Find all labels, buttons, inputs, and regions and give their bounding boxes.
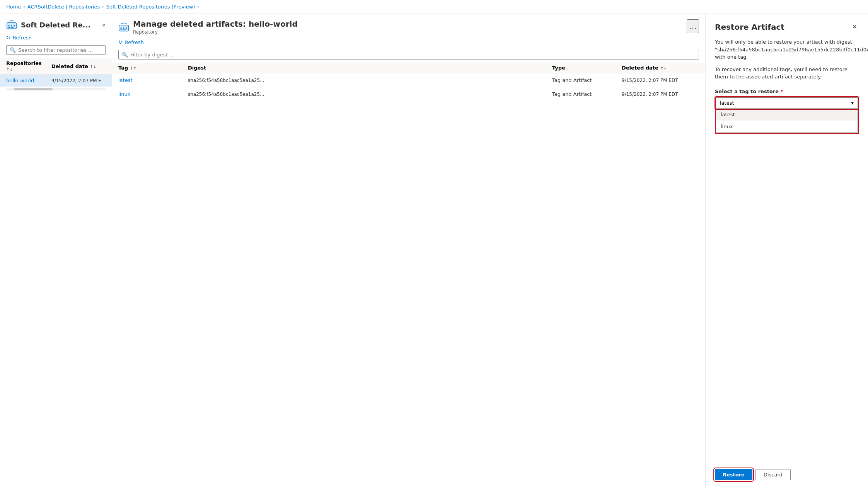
svg-point-3 [11,25,12,27]
artifact-row[interactable]: linux sha256:f54a58bc1aac5ea1a25... Tag … [112,87,705,101]
tag-select-display[interactable]: latest ▾ [716,98,858,108]
left-refresh-button[interactable]: ↻ Refresh [0,32,112,44]
del-date-column-header[interactable]: Deleted date ↑↓ [622,65,699,71]
tag-select-wrapper[interactable]: latest ▾ [716,97,858,109]
svg-point-2 [8,25,10,27]
breadcrumb-soft-deleted[interactable]: Soft Deleted Repositories (Preview) [106,4,195,10]
chevron-down-icon: ▾ [851,100,854,106]
repositories-column-header[interactable]: Repositories ↑↓ [6,60,50,72]
registry-icon [6,19,17,30]
artifact-deleted-date: 9/15/2022, 2:07 PM EDT [622,78,699,83]
dropdown-option-linux[interactable]: linux [716,121,858,133]
restore-info-text-1: You will only be able to restore your ar… [715,38,859,61]
action-buttons: Restore Discard [715,463,859,480]
middle-registry-icon [118,22,129,32]
required-marker: * [781,88,783,94]
tag-field-label: Select a tag to restore * [715,88,859,94]
digest-column-header[interactable]: Digest [188,65,552,71]
artifact-deleted-date: 9/15/2022, 2:07 PM EDT [622,92,699,97]
artifact-tag[interactable]: latest [118,77,188,83]
restore-button[interactable]: Restore [715,469,752,480]
table-row[interactable]: hello-world 9/15/2022, 2:07 PM E [0,75,112,87]
breadcrumb: Home › ACRSoftDelete | Repositories › So… [0,0,868,14]
tag-dropdown-list: latest linux [716,109,858,133]
selected-tag-value: latest [720,100,734,106]
close-button[interactable]: ✕ [851,22,859,32]
discard-button[interactable]: Discard [755,469,791,480]
restore-info-text-2: To recover any additional tags, you'll n… [715,66,859,81]
left-panel: Soft Deleted Re... « ↻ Refresh 🔍 Reposit… [0,14,112,488]
artifact-digest: sha256:f54a58bc1aac5ea1a25... [188,78,552,83]
artifact-row[interactable]: latest sha256:f54a58bc1aac5ea1a25... Tag… [112,73,705,87]
middle-panel-title: Manage deleted artifacts: hello-world [133,19,298,29]
svg-rect-13 [123,29,126,30]
left-panel-title: Soft Deleted Re... [21,21,90,29]
svg-rect-6 [11,27,14,28]
collapse-button[interactable]: « [102,21,106,29]
svg-point-9 [120,27,122,29]
artifact-tag[interactable]: linux [118,91,188,97]
restore-artifact-panel: Restore Artifact ✕ You will only be able… [706,14,868,488]
filter-input[interactable] [130,52,696,58]
repo-deleted-date: 9/15/2022, 2:07 PM E [51,78,106,83]
middle-refresh-button[interactable]: ↻ Refresh [112,36,705,48]
refresh-icon: ↻ [6,35,10,41]
search-icon: 🔍 [10,47,16,53]
artifact-digest: sha256:f54a58bc1aac5ea1a25... [188,92,552,97]
svg-point-10 [123,27,124,29]
filter-box[interactable]: 🔍 [118,50,699,60]
more-options-button[interactable]: … [687,19,699,33]
deleted-date-column-header[interactable]: Deleted date ↑↓ [51,63,106,69]
svg-rect-5 [8,27,10,28]
tag-select-container: latest ▾ latest linux [715,97,859,134]
middle-refresh-icon: ↻ [118,39,123,45]
svg-point-4 [14,25,15,27]
search-input[interactable] [18,47,102,53]
filter-icon: 🔍 [122,52,128,58]
search-box[interactable]: 🔍 [6,45,106,55]
dropdown-option-latest[interactable]: latest [716,109,858,121]
breadcrumb-home[interactable]: Home [6,4,21,10]
svg-rect-12 [120,29,122,30]
tag-column-header[interactable]: Tag ↓↑ [118,65,188,71]
middle-panel: Manage deleted artifacts: hello-world Re… [112,14,706,488]
restore-panel-title: Restore Artifact [715,22,784,32]
scroll-thumb[interactable] [14,88,53,90]
artifact-type: Tag and Artifact [552,77,622,83]
artifact-type: Tag and Artifact [552,91,622,97]
left-table-header: Repositories ↑↓ Deleted date ↑↓ [0,58,112,75]
repo-name[interactable]: hello-world [6,78,50,83]
breadcrumb-registry[interactable]: ACRSoftDelete | Repositories [27,4,100,10]
type-column-header[interactable]: Type [552,65,622,71]
horizontal-scrollbar[interactable] [6,88,106,90]
artifacts-table-header: Tag ↓↑ Digest Type Deleted date ↑↓ [112,63,705,73]
svg-point-11 [126,27,127,29]
middle-panel-subtitle: Repository [133,29,298,35]
